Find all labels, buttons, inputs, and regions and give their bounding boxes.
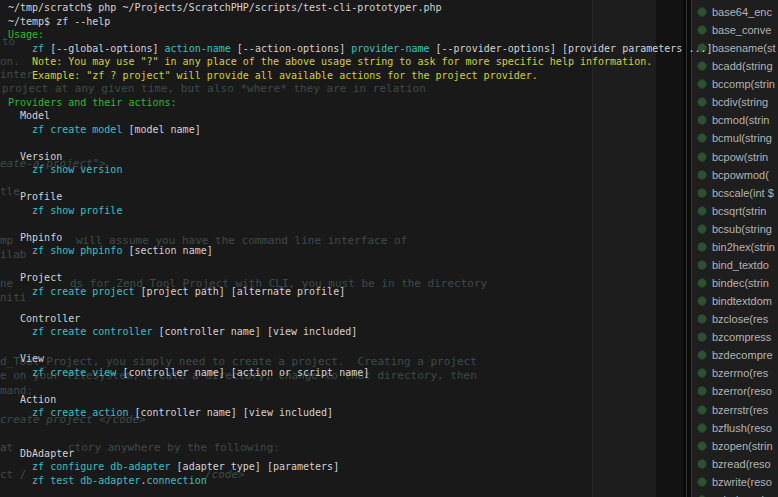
terminal-text-segment: Note: You may use "?" in any place of th… <box>8 56 652 67</box>
terminal-line: ~/temp$ zf --help <box>8 15 728 29</box>
terminal-text-segment: [section name] <box>122 245 212 256</box>
terminal-text-segment: zf test db-adapter <box>32 475 140 486</box>
terminal-text-segment: Example: "zf ? project" will provide all… <box>8 70 538 81</box>
terminal-text-segment: Providers and their actions: <box>8 97 177 108</box>
terminal-text-segment: Profile <box>8 191 62 202</box>
terminal-text-segment: zf create controller <box>32 326 152 337</box>
terminal-text-segment: zf <box>32 43 44 54</box>
terminal-text-segment <box>8 407 32 418</box>
terminal-line <box>8 433 728 447</box>
terminal-text-segment: zf create view <box>32 367 116 378</box>
terminal-output[interactable]: ~/tmp/scratch$ php ~/Projects/ScratchPHP… <box>0 0 728 487</box>
terminal-text-segment <box>8 367 32 378</box>
terminal-line: Project <box>8 271 728 285</box>
terminal-text-segment <box>8 164 32 175</box>
terminal-text-segment: zf show profile <box>32 205 122 216</box>
terminal-text-segment: connection <box>147 475 207 486</box>
terminal-text-segment: ~/temp$ zf --help <box>8 16 110 27</box>
terminal-line: zf [--global-options] action-name [--act… <box>8 42 728 56</box>
terminal-text-segment: zf create action <box>32 407 128 418</box>
terminal-text-segment: zf create model <box>32 124 122 135</box>
terminal-line: zf create controller [controller name] [… <box>8 325 728 339</box>
function-list-item-partial[interactable]: cal_days_in <box>692 491 778 497</box>
terminal-text-segment: [controller name] [action or script name… <box>116 367 369 378</box>
terminal-line: Profile <box>8 190 728 204</box>
terminal-text-segment <box>8 461 32 472</box>
terminal-line <box>8 339 728 353</box>
terminal-text-segment: zf show version <box>32 164 122 175</box>
terminal-line: DbAdapter <box>8 447 728 461</box>
terminal-text-segment <box>8 43 32 54</box>
terminal-line: zf create model [model name] <box>8 123 728 137</box>
terminal-text-segment: [project path] [alternate profile] <box>134 286 345 297</box>
terminal-line: zf configure db-adapter [adapter type] [… <box>8 460 728 474</box>
terminal-text-segment <box>8 286 32 297</box>
terminal-line <box>8 379 728 393</box>
terminal-line <box>8 136 728 150</box>
terminal-text-segment: provider-name <box>351 43 429 54</box>
terminal-line: Example: "zf ? project" will provide all… <box>8 69 728 83</box>
terminal-text-segment: Usage: <box>8 29 44 40</box>
terminal-line: zf create action [controller name] [view… <box>8 406 728 420</box>
terminal-line: zf show phpinfo [section name] <box>8 244 728 258</box>
terminal-line <box>8 420 728 434</box>
terminal-line: View <box>8 352 728 366</box>
terminal-line: zf show version <box>8 163 728 177</box>
terminal-text-segment <box>8 326 32 337</box>
terminal-text-segment: [--provider-options] [provider parameter… <box>430 43 713 54</box>
terminal-text-segment: zf configure db-adapter <box>32 461 170 472</box>
terminal-text-segment: Model <box>8 110 50 121</box>
terminal-line: Note: You may use "?" in any place of th… <box>8 55 728 69</box>
terminal-text-segment: [controller name] [view included] <box>128 407 333 418</box>
terminal-text-segment: DbAdapter <box>8 448 74 459</box>
terminal-text-segment: [--global-options] <box>44 43 164 54</box>
terminal-text-segment <box>8 205 32 216</box>
terminal-line <box>8 177 728 191</box>
terminal-line <box>8 82 728 96</box>
screen: { "terminal": { "colors": { "white": "#d… <box>0 0 778 497</box>
terminal-text-segment <box>8 245 32 256</box>
terminal-text-segment: View <box>8 353 44 364</box>
terminal-text-segment: Version <box>8 151 62 162</box>
terminal-line: ~/tmp/scratch$ php ~/Projects/ScratchPHP… <box>8 1 728 15</box>
terminal-text-segment: [model name] <box>122 124 200 135</box>
terminal-line: Model <box>8 109 728 123</box>
terminal-line: zf test db-adapter.connection <box>8 474 728 488</box>
terminal-line: Action <box>8 393 728 407</box>
terminal-text-segment: [--action-options] <box>231 43 351 54</box>
terminal-text-segment: Action <box>8 394 56 405</box>
terminal-text-segment <box>8 475 32 486</box>
terminal-line: Controller <box>8 312 728 326</box>
terminal-text-segment <box>8 124 32 135</box>
terminal-text-segment: Phpinfo <box>8 232 62 243</box>
terminal-line <box>8 258 728 272</box>
terminal-line: zf show profile <box>8 204 728 218</box>
terminal-line: zf create project [project path] [altern… <box>8 285 728 299</box>
terminal-line <box>8 298 728 312</box>
terminal-text-segment: Project <box>8 272 62 283</box>
terminal-text-segment: [adapter type] [parameters] <box>171 461 340 472</box>
terminal-text-segment: zf create project <box>32 286 134 297</box>
terminal-text-segment: zf show phpinfo <box>32 245 122 256</box>
terminal-line: Usage: <box>8 28 728 42</box>
terminal-line: Phpinfo <box>8 231 728 245</box>
terminal-text-segment: ~/tmp/scratch$ php ~/Projects/ScratchPHP… <box>8 2 441 13</box>
terminal-line: Version <box>8 150 728 164</box>
terminal-text-segment: Controller <box>8 313 80 324</box>
terminal-text-segment: [controller name] [view included] <box>153 326 358 337</box>
terminal-text-segment: action-name <box>165 43 231 54</box>
terminal-line <box>8 217 728 231</box>
terminal-line: Providers and their actions: <box>8 96 728 110</box>
terminal-line: zf create view [controller name] [action… <box>8 366 728 380</box>
